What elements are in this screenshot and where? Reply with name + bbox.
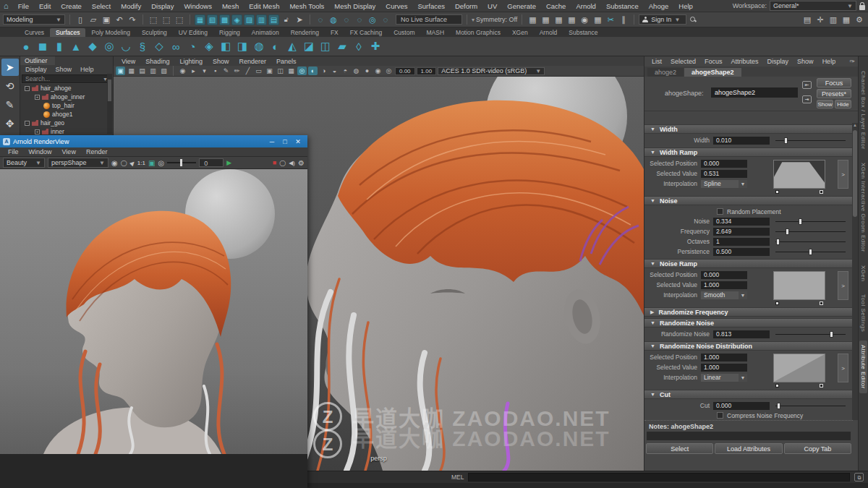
- surface-tool-15-icon[interactable]: ◐: [268, 39, 283, 53]
- menu-item-create[interactable]: Create: [56, 2, 87, 10]
- next-node-icon[interactable]: ⇥: [802, 95, 812, 103]
- panel-toggle-3-icon[interactable]: ▦: [841, 14, 852, 25]
- menu-item-substance[interactable]: Substance: [601, 2, 644, 10]
- file-op-3-icon[interactable]: ↶: [114, 14, 125, 25]
- menu-item-mesh[interactable]: Mesh: [217, 2, 244, 10]
- save-image-icon[interactable]: ▶: [226, 159, 231, 166]
- outliner-search-input[interactable]: Search... ▼: [22, 74, 111, 83]
- panel-toggle-4-icon[interactable]: ⚙: [854, 14, 865, 25]
- shelf-tab-surfaces[interactable]: Surfaces: [50, 28, 86, 37]
- ae-menu-help[interactable]: Help: [818, 58, 841, 65]
- value-field[interactable]: 1.000: [701, 364, 747, 372]
- show-button[interactable]: Show: [817, 100, 833, 108]
- anim-toggle-1-icon[interactable]: ▦: [540, 14, 551, 25]
- expand-toggle-icon[interactable]: -: [25, 86, 30, 91]
- arnold-render-image[interactable]: [0, 169, 307, 454]
- value-field[interactable]: 0.813: [713, 330, 770, 338]
- shelf-tab-arnold[interactable]: Arnold: [534, 28, 563, 37]
- section-header-width-ramp[interactable]: ▼Width Ramp: [644, 147, 853, 157]
- workspace-dropdown[interactable]: General*▼: [770, 1, 856, 11]
- zoom-ratio-label[interactable]: 1:1: [137, 160, 145, 166]
- surface-tool-5-icon[interactable]: ◎: [102, 39, 116, 53]
- ae-menu-show[interactable]: Show: [793, 58, 818, 65]
- select-mode-1-icon[interactable]: ⬚: [161, 14, 172, 25]
- arnold-menu-render[interactable]: Render: [81, 148, 113, 155]
- viewport-display-0-icon[interactable]: ◉: [178, 67, 187, 75]
- outliner-item-hair_geo[interactable]: -hair_geo: [22, 119, 113, 127]
- surface-tool-0-icon[interactable]: ●: [19, 39, 33, 53]
- close-button[interactable]: ✕: [292, 138, 305, 145]
- viewport-display-12-icon[interactable]: ◐: [308, 67, 318, 75]
- menu-item-windows[interactable]: Windows: [179, 2, 217, 10]
- surface-tool-11-icon[interactable]: ◈: [202, 39, 216, 53]
- viewport-display-6-icon[interactable]: ╱: [243, 67, 252, 75]
- construction-1-icon[interactable]: ◍: [328, 14, 339, 25]
- section-header-randomize-noise[interactable]: ▼Randomize Noise: [644, 318, 853, 328]
- shelf-tab-sculpting[interactable]: Sculpting: [136, 28, 173, 37]
- ramp-preview[interactable]: [773, 354, 825, 382]
- outliner-title[interactable]: Outliner: [20, 56, 55, 65]
- refresh-icon[interactable]: ▶: [128, 159, 136, 167]
- surface-tool-4-icon[interactable]: ◆: [85, 39, 100, 53]
- lasso-select-tool[interactable]: ⟲: [1, 77, 19, 95]
- stop-render-icon[interactable]: ■: [273, 159, 276, 166]
- value-field[interactable]: 0.000: [701, 160, 747, 168]
- menu-item-deform[interactable]: Deform: [450, 2, 482, 10]
- highlight-selection-icon[interactable]: ➤: [294, 14, 305, 25]
- file-op-0-icon[interactable]: ▯: [75, 14, 86, 25]
- notes-textarea[interactable]: [647, 432, 851, 440]
- copy-tab-button[interactable]: Copy Tab: [784, 443, 851, 454]
- attribute-editor-scrollbar[interactable]: ▲: [852, 123, 858, 420]
- shelf-tab-poly-modeling[interactable]: Poly Modeling: [85, 28, 135, 37]
- surface-tool-2-icon[interactable]: ▮: [52, 39, 67, 53]
- snap-6-icon[interactable]: ▤: [268, 14, 279, 25]
- surface-tool-3-icon[interactable]: ▲: [69, 39, 83, 53]
- presets-button[interactable]: Presets*: [817, 89, 851, 98]
- menu-item-modify[interactable]: Modify: [116, 2, 146, 10]
- lock-selection-icon[interactable]: 🔓︎: [281, 14, 292, 25]
- exposure-field[interactable]: 0.00: [395, 67, 415, 75]
- construction-3-icon[interactable]: ◌: [354, 14, 365, 25]
- scissors-icon[interactable]: ✂: [605, 14, 616, 25]
- region-render-icon[interactable]: ◯: [121, 160, 127, 166]
- outliner-item-hair_ahoge[interactable]: -hair_ahoge: [22, 84, 113, 93]
- outliner-item-top_hair[interactable]: top_hair: [22, 101, 113, 110]
- viewport-display-15-icon[interactable]: ◓: [341, 67, 350, 75]
- ramp-key-icon[interactable]: [820, 190, 823, 194]
- attribute-slider[interactable]: [775, 228, 846, 236]
- viewport-display-13-icon[interactable]: ◑: [319, 67, 328, 75]
- minimize-button[interactable]: ─: [265, 138, 278, 145]
- outliner-menu-help[interactable]: Help: [77, 66, 98, 73]
- viewport-display-10-icon[interactable]: ▦: [286, 67, 296, 75]
- arnold-menu-view[interactable]: View: [57, 148, 81, 155]
- expand-toggle-icon[interactable]: -: [25, 121, 30, 126]
- ae-tab-ahogeShape2[interactable]: ahogeShape2: [684, 68, 741, 77]
- gamma-field[interactable]: 1.00: [417, 67, 437, 75]
- snap-3-icon[interactable]: ◈: [231, 14, 242, 25]
- ramp-key-icon[interactable]: [775, 190, 779, 194]
- shelf-tab-rendering[interactable]: Rendering: [285, 28, 325, 37]
- value-field[interactable]: 0.531: [701, 170, 747, 178]
- slider-handle[interactable]: [830, 331, 833, 338]
- load-attributes-button[interactable]: Load Attributes: [715, 443, 782, 454]
- viewport-display-8-icon[interactable]: ▣: [265, 67, 274, 75]
- pause-icon[interactable]: ∥: [618, 14, 629, 25]
- file-op-1-icon[interactable]: ▱: [88, 14, 99, 25]
- attribute-slider[interactable]: [775, 330, 846, 338]
- value-field[interactable]: 1.000: [701, 281, 747, 289]
- menu-item-surfaces[interactable]: Surfaces: [412, 2, 450, 10]
- slider-handle[interactable]: [776, 239, 780, 245]
- search-icon[interactable]: [690, 17, 697, 23]
- checkbox-random-placement[interactable]: [717, 208, 723, 215]
- exposure-slider[interactable]: [167, 162, 196, 163]
- ae-menu-list[interactable]: List: [647, 58, 666, 65]
- surface-tool-1-icon[interactable]: ◼: [35, 39, 50, 53]
- sidebar-tab-xgen-interactive-groom-editor[interactable]: XGen Interactive Groom Editor: [859, 158, 867, 257]
- isolate-icon[interactable]: ◎: [158, 159, 164, 167]
- shelf-tab-custom[interactable]: Custom: [388, 28, 420, 37]
- interpolation-dropdown[interactable]: Smooth▼: [701, 291, 747, 299]
- viewport-tool-4-icon[interactable]: ▧: [159, 67, 169, 75]
- shelf-tab-xgen[interactable]: XGen: [506, 28, 534, 37]
- headphones-icon[interactable]: ◯: [279, 160, 286, 166]
- surface-tool-17-icon[interactable]: ◪: [302, 39, 316, 53]
